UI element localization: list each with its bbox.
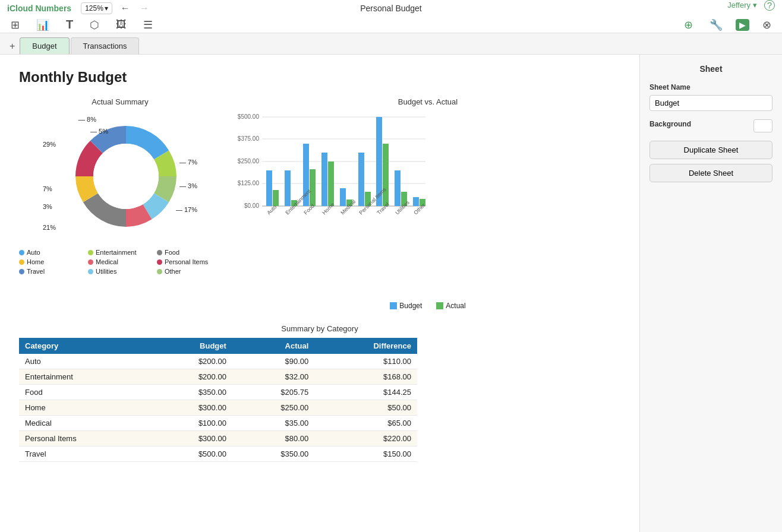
table-row: Personal Items$300.00$80.00$220.00 xyxy=(19,431,417,446)
legend-food: Food xyxy=(165,249,179,256)
donut-title: Actual Summary xyxy=(19,97,221,106)
bar-legend: Budget Actual xyxy=(235,302,620,310)
bar-svg: $500.00 $375.00 $250.00 $125.00 $0.00 xyxy=(235,111,431,295)
undo-redo-group: ← → xyxy=(117,1,153,16)
svg-rect-28 xyxy=(413,197,419,206)
text-icon[interactable]: T xyxy=(62,17,77,33)
svg-text:$0.00: $0.00 xyxy=(244,202,259,209)
tabs-bar: + Budget Transactions xyxy=(0,33,782,55)
summary-title: Summary by Category xyxy=(19,324,620,333)
user-name: Jeffery xyxy=(727,1,751,10)
legend-actual-label: Actual xyxy=(446,302,465,310)
right-panel: Sheet Sheet Name Background Duplicate Sh… xyxy=(639,55,782,532)
donut-label-7l: 7% xyxy=(43,185,52,192)
media-icon[interactable]: 🖼 xyxy=(112,17,130,32)
add-sheet-button[interactable]: + xyxy=(5,39,20,54)
tools-icon[interactable]: 🔧 xyxy=(706,17,726,33)
donut-label-3l: 3% xyxy=(43,203,52,210)
background-label: Background xyxy=(649,120,691,128)
monthly-budget-title: Monthly Budget xyxy=(19,69,620,86)
svg-text:$125.00: $125.00 xyxy=(238,180,260,186)
donut-legend: Auto Entertainment Food Home Medical Per… xyxy=(19,249,221,275)
donut-label-17: — 17% xyxy=(176,206,197,213)
legend-travel: Travel xyxy=(27,268,45,275)
svg-rect-14 xyxy=(285,170,291,206)
svg-rect-20 xyxy=(340,188,346,206)
svg-rect-13 xyxy=(273,190,279,206)
table-row: Entertainment$200.00$32.00$168.00 xyxy=(19,369,417,385)
background-row: Background xyxy=(649,119,772,132)
charts-row: Actual Summary 29% — 8% — 5% — 7% — 3% —… xyxy=(19,97,620,310)
table-row: Auto$200.00$90.00$110.00 xyxy=(19,354,417,369)
legend-other: Other xyxy=(165,268,181,275)
col-header-budget: Budget xyxy=(150,338,232,354)
app-logo: iCloud Numbers xyxy=(7,4,71,13)
comment-icon[interactable]: ☰ xyxy=(140,17,156,33)
duplicate-sheet-button[interactable]: Duplicate Sheet xyxy=(649,141,772,159)
summary-tbody: Auto$200.00$90.00$110.00Entertainment$20… xyxy=(19,354,417,462)
svg-text:$500.00: $500.00 xyxy=(238,113,260,120)
present-icon[interactable]: ▶ xyxy=(736,19,749,31)
sheet-name-label: Sheet Name xyxy=(649,83,772,91)
donut-label-29: 29% xyxy=(43,141,56,148)
delete-sheet-button[interactable]: Delete Sheet xyxy=(649,164,772,182)
background-color-picker[interactable] xyxy=(753,119,772,132)
shape-icon[interactable]: ⬡ xyxy=(86,17,103,33)
top-bar: iCloud Numbers 125% ▾ ← → Personal Budge… xyxy=(0,0,782,33)
legend-utilities: Utilities xyxy=(96,268,116,275)
svg-rect-22 xyxy=(358,153,364,206)
summary-section: Summary by Category Category Budget Actu… xyxy=(19,324,620,462)
svg-rect-17 xyxy=(310,169,316,206)
svg-rect-19 xyxy=(328,162,334,206)
settings-icon[interactable]: ⊗ xyxy=(759,17,775,33)
legend-actual-box xyxy=(436,302,443,309)
legend-budget-label: Budget xyxy=(399,302,422,310)
redo-button[interactable]: → xyxy=(136,1,153,16)
svg-rect-26 xyxy=(395,170,401,206)
chart-icon[interactable]: 📊 xyxy=(33,17,53,33)
legend-medical: Medical xyxy=(96,258,118,265)
col-header-difference: Difference xyxy=(314,338,417,354)
donut-label-8: — 8% xyxy=(78,116,96,123)
legend-budget-box xyxy=(390,302,397,309)
donut-label-5: — 5% xyxy=(90,128,108,135)
donut-label-7r: — 7% xyxy=(179,159,197,166)
tab-budget[interactable]: Budget xyxy=(20,37,69,54)
legend-home: Home xyxy=(27,258,44,265)
user-info[interactable]: Jeffery ▾ ? xyxy=(727,0,775,11)
content-area: Monthly Budget Actual Summary 29% — 8% —… xyxy=(0,55,639,532)
panel-title: Sheet xyxy=(649,64,772,74)
col-header-actual: Actual xyxy=(232,338,314,354)
svg-rect-12 xyxy=(266,170,272,206)
main-area: Monthly Budget Actual Summary 29% — 8% —… xyxy=(0,55,782,532)
legend-auto: Auto xyxy=(27,249,40,256)
undo-button[interactable]: ← xyxy=(117,1,134,16)
bar-title: Budget vs. Actual xyxy=(235,97,620,106)
svg-point-0 xyxy=(93,144,159,209)
table-row: Medical$100.00$35.00$65.00 xyxy=(19,416,417,431)
table-row: Travel$500.00$350.00$150.00 xyxy=(19,446,417,462)
user-chevron-icon: ▾ xyxy=(753,1,757,10)
svg-text:$250.00: $250.00 xyxy=(238,158,260,164)
tab-transactions[interactable]: Transactions xyxy=(71,37,140,54)
donut-chart-container: Actual Summary 29% — 8% — 5% — 7% — 3% —… xyxy=(19,97,221,275)
zoom-control[interactable]: 125% ▾ xyxy=(81,2,112,14)
svg-rect-18 xyxy=(321,153,327,206)
sheet-name-input[interactable] xyxy=(649,95,772,111)
bar-chart-container: Budget vs. Actual $500.00 $375.00 $250.0… xyxy=(235,97,620,310)
bar-chart-svg-area: $500.00 $375.00 $250.00 $125.00 $0.00 xyxy=(235,111,620,297)
legend-entertainment: Entertainment xyxy=(96,249,136,256)
help-icon[interactable]: ? xyxy=(764,0,775,11)
summary-table: Category Budget Actual Difference Auto$2… xyxy=(19,338,417,462)
col-header-category: Category xyxy=(19,338,150,354)
table-icon[interactable]: ⊞ xyxy=(7,17,23,33)
donut-label-21: 21% xyxy=(43,224,56,231)
svg-rect-25 xyxy=(383,144,389,206)
table-row: Food$350.00$205.75$144.25 xyxy=(19,385,417,400)
table-row: Home$300.00$250.00$50.00 xyxy=(19,400,417,416)
donut-svg xyxy=(61,111,191,242)
svg-text:$375.00: $375.00 xyxy=(238,135,260,142)
legend-personal: Personal Items xyxy=(165,258,208,265)
add-people-icon[interactable]: ⊕ xyxy=(680,17,696,33)
donut-label-3r: — 3% xyxy=(179,182,197,189)
